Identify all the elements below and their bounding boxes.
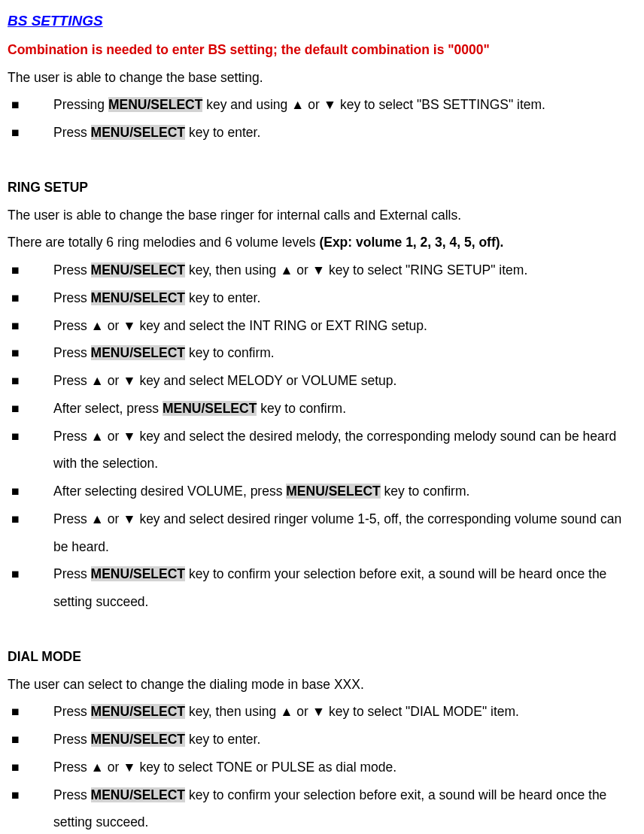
list-item-text: Press MENU/SELECT key to confirm. bbox=[53, 339, 636, 367]
bullet-icon: ■ bbox=[8, 119, 53, 147]
list-item-text: Press MENU/SELECT key to confirm your se… bbox=[53, 781, 636, 834]
list-item: ■ After select, press MENU/SELECT key to… bbox=[8, 395, 636, 423]
bullet-icon: ■ bbox=[8, 560, 53, 588]
bullet-icon: ■ bbox=[8, 284, 53, 312]
list-item: ■ Press MENU/SELECT key, then using ▲ or… bbox=[8, 698, 636, 726]
list-item: ■ Press ▲ or ▼ key and select MELODY or … bbox=[8, 367, 636, 395]
list-item-text: Pressing MENU/SELECT key and using ▲ or … bbox=[53, 91, 636, 119]
ring-setup-line1: The user is able to change the base ring… bbox=[8, 202, 636, 229]
bullet-icon: ■ bbox=[8, 91, 53, 119]
list-item-text: Press MENU/SELECT key, then using ▲ or ▼… bbox=[53, 256, 636, 284]
combination-note: Combination is needed to enter BS settin… bbox=[8, 36, 636, 64]
list-item: ■ Press MENU/SELECT key to enter. bbox=[8, 284, 636, 312]
list-item: ■ Press ▲ or ▼ key and select desired ri… bbox=[8, 505, 636, 561]
list-item-text: Press ▲ or ▼ key and select desired ring… bbox=[53, 505, 636, 561]
intro-text: The user is able to change the base sett… bbox=[8, 64, 636, 92]
dial-mode-line1: The user can select to change the dialin… bbox=[8, 671, 636, 699]
intro-bullets: ■ Pressing MENU/SELECT key and using ▲ o… bbox=[8, 91, 636, 147]
bullet-icon: ■ bbox=[8, 395, 53, 423]
list-item-text: Press MENU/SELECT key to enter. bbox=[53, 726, 636, 754]
list-item: ■ Press MENU/SELECT key to confirm your … bbox=[8, 560, 636, 616]
ring-setup-bullets: ■ Press MENU/SELECT key, then using ▲ or… bbox=[8, 256, 636, 616]
dial-mode-bullets: ■ Press MENU/SELECT key, then using ▲ or… bbox=[8, 698, 636, 834]
bullet-icon: ■ bbox=[8, 478, 53, 505]
list-item-text: After selecting desired VOLUME, press ME… bbox=[53, 478, 636, 505]
list-item: ■ After selecting desired VOLUME, press … bbox=[8, 478, 636, 505]
list-item-text: Press MENU/SELECT key to enter. bbox=[53, 119, 636, 147]
ring-setup-heading: RING SETUP bbox=[8, 174, 636, 202]
list-item: ■ Press MENU/SELECT key to enter. bbox=[8, 726, 636, 754]
list-item: ■ Pressing MENU/SELECT key and using ▲ o… bbox=[8, 91, 636, 119]
bullet-icon: ■ bbox=[8, 256, 53, 284]
list-item-text: Press MENU/SELECT key to confirm your se… bbox=[53, 560, 636, 616]
list-item-text: Press ▲ or ▼ key and select the desired … bbox=[53, 423, 636, 478]
list-item: ■ Press ▲ or ▼ key to select TONE or PUL… bbox=[8, 754, 636, 781]
bullet-icon: ■ bbox=[8, 312, 53, 340]
bullet-icon: ■ bbox=[8, 754, 53, 781]
dial-mode-heading: DIAL MODE bbox=[8, 643, 636, 671]
list-item: ■ Press MENU/SELECT key to confirm your … bbox=[8, 781, 636, 834]
bullet-icon: ■ bbox=[8, 339, 53, 367]
bullet-icon: ■ bbox=[8, 423, 53, 450]
list-item-text: Press ▲ or ▼ key and select the INT RING… bbox=[53, 312, 636, 340]
list-item: ■ Press MENU/SELECT key, then using ▲ or… bbox=[8, 256, 636, 284]
list-item-text: Press ▲ or ▼ key to select TONE or PULSE… bbox=[53, 754, 636, 781]
bullet-icon: ■ bbox=[8, 698, 53, 726]
bullet-icon: ■ bbox=[8, 367, 53, 395]
bullet-icon: ■ bbox=[8, 781, 53, 809]
page-title: BS SETTINGS bbox=[8, 6, 636, 36]
list-item: ■ Press ▲ or ▼ key and select the INT RI… bbox=[8, 312, 636, 340]
list-item: ■ Press MENU/SELECT key to enter. bbox=[8, 119, 636, 147]
list-item-text: Press ▲ or ▼ key and select MELODY or VO… bbox=[53, 367, 636, 395]
list-item-text: Press MENU/SELECT key, then using ▲ or ▼… bbox=[53, 698, 636, 726]
bullet-icon: ■ bbox=[8, 726, 53, 754]
list-item-text: Press MENU/SELECT key to enter. bbox=[53, 284, 636, 312]
bullet-icon: ■ bbox=[8, 505, 53, 533]
ring-setup-line2: There are totally 6 ring melodies and 6 … bbox=[8, 229, 636, 256]
list-item-text: After select, press MENU/SELECT key to c… bbox=[53, 395, 636, 423]
list-item: ■ Press MENU/SELECT key to confirm. bbox=[8, 339, 636, 367]
list-item: ■ Press ▲ or ▼ key and select the desire… bbox=[8, 423, 636, 478]
